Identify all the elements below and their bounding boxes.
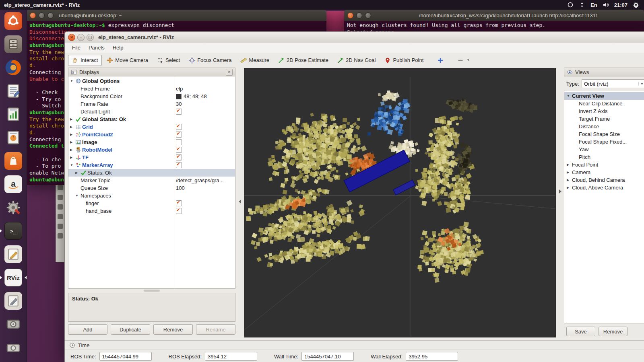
minus-tool-button[interactable]: ▼ xyxy=(453,55,474,66)
checkbox[interactable] xyxy=(176,147,182,153)
view-row-cloud-above-camera[interactable]: ▶Cloud, Above Camera xyxy=(564,184,644,191)
2d-pose-estimate-tool-button[interactable]: 2D Pose Estimate xyxy=(274,55,332,66)
expander-icon[interactable]: ▼ xyxy=(70,79,75,83)
display-row-robotmodel[interactable]: ▶RobotModel xyxy=(68,146,235,154)
display-row-marker-topic[interactable]: Marker Topic/detect_grasps/gra... xyxy=(68,177,235,184)
display-row-status-ok[interactable]: ▶Status: Ok xyxy=(68,169,235,177)
2d-nav-goal-tool-button[interactable]: 2D Nav Goal xyxy=(333,55,380,66)
displays-panel-header[interactable]: Displays ✕ xyxy=(68,68,235,76)
display-row-global-status-ok[interactable]: ▶Global Status: Ok xyxy=(68,115,235,123)
launcher-ubuntu-dash[interactable] xyxy=(4,11,23,31)
launcher-amazon[interactable]: a xyxy=(4,175,23,194)
menu-panels[interactable]: Panels xyxy=(85,43,109,52)
select-tool-button[interactable]: Select xyxy=(153,55,184,66)
view-row-pitch[interactable]: Pitch xyxy=(564,153,644,161)
minimize-icon[interactable] xyxy=(356,12,362,19)
row-value[interactable] xyxy=(176,108,182,115)
row-value[interactable] xyxy=(176,138,182,146)
expander-icon[interactable]: ▼ xyxy=(567,94,572,98)
row-value[interactable] xyxy=(176,161,182,169)
row-value[interactable] xyxy=(176,146,182,154)
launcher-libreoffice-impress[interactable] xyxy=(4,128,23,147)
view-row-focal-point[interactable]: ▶Focal Point xyxy=(564,161,644,169)
collapse-left-panel-icon[interactable] xyxy=(239,200,241,204)
save-button[interactable]: Save xyxy=(566,327,595,336)
views-panel-header[interactable]: Views xyxy=(564,68,644,76)
launcher-files[interactable] xyxy=(4,35,23,54)
checkbox[interactable] xyxy=(176,109,182,115)
launcher-rviz[interactable]: RViz xyxy=(4,268,23,287)
view-row-yaw[interactable]: Yaw xyxy=(564,146,644,153)
launcher-libreoffice-writer[interactable] xyxy=(4,81,23,101)
expander-icon[interactable]: ▶ xyxy=(567,186,572,189)
interact-tool-button[interactable]: Interact xyxy=(68,55,102,66)
view-row-camera[interactable]: ▶Camera xyxy=(564,169,644,176)
minimize-icon[interactable] xyxy=(39,12,45,19)
move-camera-tool-button[interactable]: Move Camera xyxy=(103,55,152,66)
checkbox[interactable] xyxy=(176,208,182,214)
rename-button[interactable]: Rename xyxy=(196,324,235,335)
expander-icon[interactable]: ▶ xyxy=(70,133,75,136)
keyboard-indicator[interactable]: En xyxy=(590,2,597,8)
add-button[interactable]: Add xyxy=(68,324,107,335)
checkbox[interactable] xyxy=(176,200,182,206)
3d-viewport[interactable] xyxy=(244,68,556,337)
checkbox[interactable] xyxy=(176,139,182,145)
view-type-combobox[interactable]: Orbit (rviz) ▼ xyxy=(582,79,644,88)
volume-icon[interactable] xyxy=(603,2,609,8)
display-row-queue-size[interactable]: Queue Size100 xyxy=(68,184,235,192)
view-row-distance[interactable]: Distance xyxy=(564,123,644,130)
expander-icon[interactable]: ▶ xyxy=(567,163,572,167)
view-row-focal-shape-size[interactable]: Focal Shape Size xyxy=(564,130,644,138)
expander-icon[interactable]: ▶ xyxy=(70,117,75,121)
close-icon[interactable] xyxy=(30,12,36,19)
display-row-namespaces[interactable]: ▼Namespaces xyxy=(68,192,235,200)
display-row-image[interactable]: ▶Image xyxy=(68,138,235,146)
display-row-markerarray[interactable]: ▼MarkerArray xyxy=(68,161,235,169)
measure-tool-button[interactable]: Measure xyxy=(236,55,273,66)
expander-icon[interactable]: ▶ xyxy=(70,125,75,129)
display-row-tf[interactable]: ▶TF xyxy=(68,154,235,161)
maximize-icon[interactable] xyxy=(47,12,54,19)
focus-camera-tool-button[interactable]: Focus Camera xyxy=(185,55,235,66)
view-row-current-view[interactable]: ▼Current View xyxy=(564,92,644,100)
collapse-right-panel-icon[interactable] xyxy=(559,189,561,193)
display-row-hand-base[interactable]: hand_base xyxy=(68,207,235,215)
maximize-icon[interactable] xyxy=(365,12,371,19)
display-row-finger[interactable]: finger xyxy=(68,200,235,207)
time-field-input[interactable]: 3954.12 xyxy=(205,352,257,361)
close-icon[interactable] xyxy=(347,12,353,19)
view-row-focal-shape-fixed-[interactable]: Focal Shape Fixed... xyxy=(564,138,644,146)
row-value[interactable] xyxy=(176,123,182,131)
display-row-pointcloud2[interactable]: ▶PointCloud2 xyxy=(68,131,235,138)
maximize-icon[interactable]: ▢ xyxy=(87,34,94,41)
time-field-input[interactable]: 3952.95 xyxy=(406,352,458,361)
close-icon[interactable]: ✕ xyxy=(226,69,233,76)
launcher-libreoffice-calc[interactable] xyxy=(4,105,23,124)
display-row-background-color[interactable]: Background Color48; 48; 48 xyxy=(68,93,235,100)
view-row-invert-z-axis[interactable]: Invert Z Axis xyxy=(564,107,644,115)
row-value[interactable] xyxy=(176,207,182,215)
checkbox[interactable] xyxy=(176,124,182,130)
plus-tool-button[interactable] xyxy=(433,55,448,66)
display-row-fixed-frame[interactable]: Fixed Frameelp xyxy=(68,85,235,93)
checkbox[interactable] xyxy=(176,162,182,168)
splitter-handle[interactable] xyxy=(144,290,160,292)
session-gear-icon[interactable] xyxy=(633,2,639,8)
time-field-input[interactable]: 1544457044.99 xyxy=(99,352,152,361)
menu-help[interactable]: Help xyxy=(109,43,128,52)
view-row-target-frame[interactable]: Target Frame xyxy=(564,115,644,123)
row-value[interactable]: elp xyxy=(176,85,183,93)
terminal1-titlebar[interactable]: ubuntu@ubuntu-desktop: ~ xyxy=(27,10,326,21)
row-value[interactable] xyxy=(176,200,182,207)
menu-file[interactable]: File xyxy=(68,43,85,52)
time-field-input[interactable]: 1544457047.10 xyxy=(301,352,354,361)
clock[interactable]: 21:07 xyxy=(614,2,627,8)
expander-icon[interactable]: ▼ xyxy=(70,163,75,167)
launcher-disks[interactable] xyxy=(4,315,23,334)
row-value[interactable]: 30 xyxy=(176,100,182,108)
expander-icon[interactable]: ▶ xyxy=(567,171,572,174)
expander-icon[interactable]: ▶ xyxy=(567,178,572,182)
expander-icon[interactable]: ▶ xyxy=(70,156,75,159)
row-value[interactable] xyxy=(176,154,182,161)
